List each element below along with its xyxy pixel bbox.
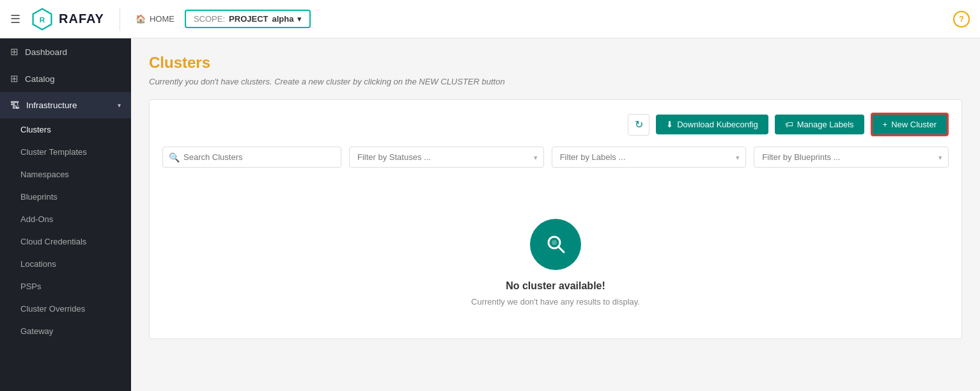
sidebar-sub-label: Cloud Credentials: [20, 237, 86, 246]
header-divider: [120, 8, 120, 31]
svg-line-3: [559, 247, 564, 253]
scope-key: PROJECT: [229, 14, 268, 24]
search-input-wrap: 🔍: [162, 147, 341, 168]
header: ☰ R RAFAY 🏠 HOME SCOPE: PROJECT alpha ▾ …: [0, 0, 980, 38]
sidebar-item-cluster-overrides[interactable]: Cluster Overrides: [0, 298, 131, 320]
infrastructure-icon: 🏗: [10, 100, 20, 111]
filter-blueprints-select[interactable]: Filter by Blueprints ...: [754, 147, 949, 168]
sidebar-sub-label: Gateway: [20, 326, 53, 336]
labels-icon: 🏷: [785, 120, 793, 129]
sidebar-sub-label: Clusters: [20, 125, 51, 134]
sidebar-item-namespaces[interactable]: Namespaces: [0, 163, 131, 186]
help-button[interactable]: ?: [953, 11, 970, 28]
sidebar-item-gateway[interactable]: Gateway: [0, 320, 131, 342]
scope-label: SCOPE:: [194, 14, 225, 24]
sidebar-sub-label: Blueprints: [20, 192, 58, 202]
sidebar-item-psps[interactable]: PSPs: [0, 275, 131, 298]
hamburger-menu[interactable]: ☰: [10, 12, 20, 26]
download-label: Download Kubeconfig: [677, 120, 758, 129]
scope-value: alpha: [272, 14, 293, 24]
filter-labels-wrap: Filter by Labels ... ▾: [552, 147, 747, 168]
header-right: ?: [953, 11, 970, 28]
chevron-down-icon: ▾: [297, 14, 302, 24]
sidebar-item-cloud-credentials[interactable]: Cloud Credentials: [0, 230, 131, 253]
svg-text:R: R: [40, 15, 45, 24]
layout: ⊞ Dashboard ⊞ Catalog 🏗 Infrastructure ▾…: [0, 38, 980, 391]
new-cluster-label: New Cluster: [891, 120, 937, 129]
empty-state-title: No cluster available!: [506, 280, 605, 292]
refresh-button[interactable]: ↻: [628, 114, 649, 136]
content-panel: ↻ ⬇ Download Kubeconfig 🏷 Manage Labels …: [149, 99, 962, 339]
sidebar-sub-label: PSPs: [20, 282, 42, 291]
catalog-icon: ⊞: [10, 73, 19, 84]
page-subtitle: Currently you don't have clusters. Creat…: [149, 77, 962, 86]
sidebar-item-clusters[interactable]: Clusters: [0, 118, 131, 141]
filter-status-wrap: Filter by Statuses ... ▾: [349, 147, 544, 168]
plus-icon: +: [883, 120, 888, 129]
sidebar-item-add-ons[interactable]: Add-Ons: [0, 208, 131, 230]
filter-blueprints-wrap: Filter by Blueprints ... ▾: [754, 147, 949, 168]
sidebar-item-label: Catalog: [25, 74, 55, 84]
chevron-down-icon: ▾: [118, 102, 121, 109]
new-cluster-button[interactable]: + New Cluster: [871, 113, 949, 136]
sidebar-item-locations[interactable]: Locations: [0, 253, 131, 275]
manage-labels-label: Manage Labels: [797, 120, 854, 129]
sidebar-sub-label: Namespaces: [20, 170, 69, 179]
download-icon: ⬇: [666, 120, 673, 129]
logo-text: RAFAY: [59, 12, 104, 26]
page-title: Clusters: [149, 54, 962, 72]
sidebar-item-cluster-templates[interactable]: Cluster Templates: [0, 141, 131, 163]
main-content: Clusters Currently you don't have cluste…: [131, 38, 980, 391]
sidebar-item-label: Dashboard: [25, 47, 67, 57]
home-icon: 🏠: [136, 14, 146, 24]
filter-labels-select[interactable]: Filter by Labels ...: [552, 147, 747, 168]
sidebar-item-catalog[interactable]: ⊞ Catalog: [0, 65, 131, 92]
sidebar: ⊞ Dashboard ⊞ Catalog 🏗 Infrastructure ▾…: [0, 38, 131, 391]
empty-state-icon: [530, 219, 581, 270]
manage-labels-button[interactable]: 🏷 Manage Labels: [775, 115, 864, 134]
toolbar: ↻ ⬇ Download Kubeconfig 🏷 Manage Labels …: [162, 113, 949, 136]
sidebar-item-blueprints[interactable]: Blueprints: [0, 186, 131, 208]
dashboard-icon: ⊞: [10, 46, 19, 58]
search-icon: 🔍: [169, 152, 180, 163]
sidebar-item-dashboard[interactable]: ⊞ Dashboard: [0, 38, 131, 65]
sidebar-sub-label: Locations: [20, 259, 56, 269]
sidebar-item-infrastructure[interactable]: 🏗 Infrastructure ▾: [0, 92, 131, 118]
filters-row: 🔍 Filter by Statuses ... ▾ Filter by Lab…: [162, 147, 949, 168]
sidebar-sub-label: Cluster Overrides: [20, 304, 85, 314]
home-label: HOME: [150, 14, 175, 24]
sidebar-sub-label: Cluster Templates: [20, 147, 87, 157]
sidebar-item-label: Infrastructure: [26, 100, 77, 110]
svg-point-4: [552, 240, 557, 245]
sidebar-sub-label: Add-Ons: [20, 214, 53, 224]
download-kubeconfig-button[interactable]: ⬇ Download Kubeconfig: [656, 115, 768, 134]
empty-state-subtitle: Currently we don't have any results to d…: [471, 297, 640, 307]
filter-status-select[interactable]: Filter by Statuses ...: [349, 147, 544, 168]
refresh-icon: ↻: [635, 118, 643, 131]
scope-selector[interactable]: SCOPE: PROJECT alpha ▾: [185, 10, 311, 28]
home-link[interactable]: 🏠 HOME: [136, 14, 175, 24]
empty-state: No cluster available! Currently we don't…: [162, 193, 949, 326]
search-clusters-input[interactable]: [162, 147, 341, 168]
logo: R RAFAY: [31, 8, 104, 31]
